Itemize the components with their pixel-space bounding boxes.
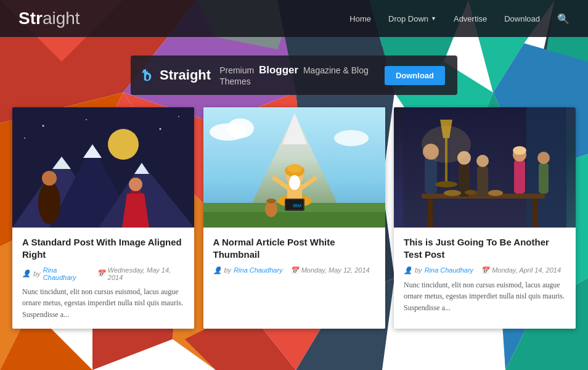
- card-3-date: 📅 Monday, April 14, 2014: [481, 266, 561, 274]
- card-1-meta: 👤 by Rina Chaudhary 📅 Wednesday, May 14,…: [22, 266, 184, 281]
- card-1-body: A Standard Post With Image Aligned Right…: [12, 228, 194, 329]
- nav-advertise[interactable]: Advertise: [454, 14, 487, 23]
- svg-point-88: [537, 152, 550, 164]
- card-3-body: This is Just Going To Be Another Test Po…: [394, 228, 576, 322]
- svg-point-94: [435, 181, 457, 187]
- svg-rect-76: [428, 199, 433, 228]
- card-3-author-link[interactable]: Rina Chaudhary: [425, 266, 474, 274]
- ad-brand: Straight: [160, 67, 211, 83]
- svg-point-90: [465, 190, 477, 195]
- svg-rect-78: [425, 157, 437, 194]
- main-nav: Home Drop Down ▼ Advertise Download 🔍: [349, 13, 570, 25]
- nav-download[interactable]: Download: [504, 14, 540, 23]
- svg-point-46: [43, 125, 44, 127]
- svg-point-50: [24, 138, 25, 139]
- card-3-image[interactable]: [394, 107, 576, 228]
- calendar-icon-2: 📅: [290, 266, 299, 274]
- nav-dropdown-label: Drop Down: [388, 14, 428, 23]
- card-2-date: 📅 Monday, May 12, 2014: [290, 266, 370, 274]
- calendar-icon-3: 📅: [481, 266, 489, 274]
- svg-point-83: [476, 155, 489, 167]
- card-2-author: 👤 by Rina Chaudhary: [213, 266, 283, 274]
- card-2-body: A Normal Article Post White Thumbnail 👤 …: [203, 228, 385, 288]
- ad-brand-bold: Str: [160, 67, 179, 83]
- svg-point-49: [178, 116, 179, 117]
- card-1-date-text: Wednesday, May 14, 2014: [108, 266, 184, 281]
- nav-dropdown[interactable]: Drop Down ▼: [388, 14, 436, 23]
- svg-point-67: [289, 175, 300, 190]
- card-1-author-link[interactable]: Rina Chaudhary: [43, 266, 89, 281]
- svg-rect-87: [539, 163, 549, 194]
- ad-download-button[interactable]: Download: [385, 66, 445, 85]
- card-3-excerpt: Nunc tincidunt, elit non cursus euismod,…: [404, 279, 566, 314]
- card-1-date: 📅 Wednesday, May 14, 2014: [97, 266, 184, 281]
- logo-bold: Str: [18, 9, 43, 28]
- svg-rect-82: [477, 166, 488, 197]
- card-1-author: 👤 by Rina Chaudhary: [22, 266, 89, 281]
- chevron-down-icon: ▼: [431, 15, 436, 22]
- cards-container: A Standard Post With Image Aligned Right…: [0, 95, 588, 329]
- card-2-date-text: Monday, May 12, 2014: [301, 266, 370, 274]
- search-icon[interactable]: 🔍: [557, 13, 570, 25]
- card-1-title[interactable]: A Standard Post With Image Aligned Right: [22, 236, 184, 261]
- card-2-meta: 👤 by Rina Chaudhary 📅 Monday, May 12, 20…: [213, 266, 375, 274]
- card-1-excerpt: Nunc tincidunt, elit non cursus euismod,…: [22, 286, 184, 321]
- ad-tagline-prefix: Premium: [219, 65, 254, 75]
- user-icon-2: 👤: [213, 266, 222, 274]
- card-3: This is Just Going To Be Another Test Po…: [394, 107, 576, 329]
- svg-point-89: [444, 190, 461, 196]
- card-3-author: 👤 by Rina Chaudhary: [404, 266, 473, 274]
- ad-logo-icon: ᵬ: [143, 66, 151, 85]
- ad-brand-light: aight: [179, 67, 211, 83]
- nav-home[interactable]: Home: [349, 14, 371, 23]
- card-1: A Standard Post With Image Aligned Right…: [12, 107, 194, 329]
- ad-banner: ᵬ Straight Premium Blogger Magazine & Bl…: [131, 56, 457, 95]
- svg-point-42: [42, 171, 57, 186]
- user-icon-3: 👤: [404, 266, 412, 274]
- card-3-date-text: Monday, April 14, 2014: [492, 266, 561, 274]
- card-1-image[interactable]: [12, 107, 194, 228]
- svg-point-91: [488, 190, 503, 196]
- svg-point-95: [422, 126, 471, 163]
- svg-point-41: [38, 181, 60, 224]
- site-logo[interactable]: Straight: [18, 9, 80, 28]
- svg-point-48: [160, 128, 161, 130]
- svg-rect-55: [203, 212, 385, 228]
- svg-rect-77: [533, 199, 537, 228]
- svg-point-34: [108, 129, 139, 160]
- header: Straight Home Drop Down ▼ Advertise Down…: [0, 0, 588, 37]
- svg-point-44: [129, 178, 142, 191]
- logo-light: aight: [43, 9, 80, 28]
- card-2-image[interactable]: IBM: [203, 107, 385, 228]
- card-3-title[interactable]: This is Just Going To Be Another Test Po…: [404, 236, 566, 261]
- svg-point-72: [266, 199, 276, 204]
- svg-point-57: [227, 118, 254, 138]
- svg-point-47: [86, 119, 87, 120]
- svg-text:IBM: IBM: [293, 203, 302, 208]
- ad-tagline: Premium Blogger Magazine & Blog Themes: [219, 64, 376, 86]
- ad-tagline-bold: Blogger: [259, 64, 298, 76]
- card-2-title[interactable]: A Normal Article Post White Thumbnail: [213, 236, 375, 261]
- card-3-meta: 👤 by Rina Chaudhary 📅 Monday, April 14, …: [404, 266, 566, 274]
- svg-point-58: [334, 130, 369, 146]
- user-icon: 👤: [22, 269, 31, 278]
- svg-point-64: [287, 164, 302, 173]
- card-2-author-link[interactable]: Rina Chaudhary: [234, 266, 283, 274]
- svg-point-86: [513, 146, 526, 155]
- calendar-icon: 📅: [97, 269, 105, 278]
- svg-rect-84: [514, 160, 525, 194]
- card-2: IBM A Normal Article Post White Thumbnai…: [203, 107, 385, 329]
